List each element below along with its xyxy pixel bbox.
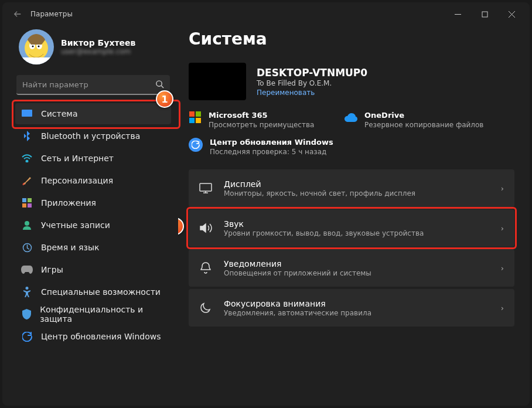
system-icon: [21, 108, 33, 120]
sidebar-item-bluetooth[interactable]: Bluetooth и устройства: [15, 125, 171, 147]
bell-icon: [199, 261, 212, 274]
card-display[interactable]: Дисплей Мониторы, яркость, ночной свет, …: [189, 169, 514, 207]
m365-icon: [189, 111, 202, 124]
promo-title: OneDrive: [364, 111, 483, 120]
minimize-button[interactable]: [444, 2, 471, 26]
user-email: user@example.com: [61, 47, 135, 56]
accessibility-icon: [21, 286, 33, 298]
sidebar-item-personalization[interactable]: Персонализация: [15, 170, 171, 191]
bluetooth-icon: [21, 130, 33, 142]
svg-point-16: [25, 221, 29, 226]
brush-icon: [21, 175, 33, 186]
device-thumb: [189, 63, 246, 100]
sidebar-item-label: Сеть и Интернет: [41, 154, 114, 163]
svg-rect-21: [189, 118, 195, 123]
promo-sub: Резервное копирование файлов: [364, 121, 483, 130]
card-focus[interactable]: Фокусировка внимания Уведомления, автома…: [189, 289, 514, 327]
svg-point-8: [156, 81, 162, 86]
clock-icon: [21, 242, 33, 253]
promo-m365[interactable]: Microsoft 365 Просмотреть преимущества: [189, 111, 335, 130]
search-input[interactable]: [16, 75, 170, 95]
chevron-right-icon: ›: [501, 224, 504, 233]
close-button[interactable]: [498, 2, 525, 26]
svg-rect-0: [482, 12, 487, 17]
svg-rect-22: [196, 118, 201, 123]
promo-title: Microsoft 365: [209, 111, 314, 120]
chevron-right-icon: ›: [501, 304, 504, 312]
sidebar-item-label: Центр обновления Windows: [41, 332, 161, 341]
sidebar-item-label: Учетные записи: [41, 220, 110, 230]
settings-window: Параметры Виктор Бухтеев user@example.co…: [2, 2, 530, 406]
card-title: Фокусировка внимания: [224, 299, 371, 308]
page-title: Система: [189, 29, 514, 49]
sound-icon: [199, 222, 212, 234]
sidebar-item-system[interactable]: Система: [15, 103, 171, 124]
promo-sub: Просмотреть преимущества: [209, 121, 314, 130]
sidebar-item-label: Система: [41, 109, 77, 118]
sidebar-item-apps[interactable]: Приложения: [15, 192, 171, 213]
device-sub: To Be Filled By O.E.M.: [257, 79, 367, 87]
svg-rect-7: [19, 57, 54, 64]
sidebar-item-label: Игры: [41, 265, 63, 274]
card-title: Звук: [224, 219, 424, 229]
svg-rect-13: [28, 198, 32, 202]
promo-onedrive[interactable]: OneDrive Резервное копирование файлов: [345, 111, 491, 130]
display-icon: [199, 182, 212, 195]
sidebar-item-accounts[interactable]: Учетные записи: [15, 215, 171, 236]
avatar: [19, 29, 54, 64]
card-sub: Мониторы, яркость, ночной свет, профиль …: [224, 189, 415, 198]
card-sub: Уведомления, автоматические правила: [224, 309, 371, 317]
update-sub: Последняя проверка: 5 ч назад: [210, 148, 333, 157]
card-sub: Оповещения от приложений и системы: [224, 269, 371, 277]
titlebar: Параметры: [2, 2, 530, 26]
sidebar-item-privacy[interactable]: Конфиденциальность и защита: [15, 304, 171, 325]
svg-rect-15: [28, 203, 32, 208]
update-icon: [21, 331, 33, 342]
moon-icon: [199, 301, 212, 314]
sidebar-item-label: Приложения: [41, 198, 96, 208]
svg-point-11: [26, 161, 28, 162]
update-icon: [189, 138, 203, 152]
svg-rect-23: [200, 183, 212, 191]
update-block[interactable]: Центр обновления Windows Последняя прове…: [189, 138, 514, 157]
sidebar-item-label: Конфиденциальность и защита: [40, 305, 165, 324]
svg-rect-19: [189, 111, 195, 117]
onedrive-icon: [345, 111, 357, 124]
sidebar-item-update[interactable]: Центр обновления Windows: [15, 326, 171, 347]
person-icon: [21, 219, 33, 231]
window-title: Параметры: [30, 10, 73, 18]
back-button[interactable]: [11, 7, 25, 21]
update-title: Центр обновления Windows: [210, 138, 333, 147]
card-sound[interactable]: Звук Уровни громкости, вывод, ввод, звук…: [189, 209, 514, 247]
user-block[interactable]: Виктор Бухтеев user@example.com: [19, 29, 171, 64]
maximize-button[interactable]: [471, 2, 498, 26]
nav: 1 Система Bluetooth и устройства Сеть и …: [15, 103, 171, 347]
wifi-icon: [21, 152, 33, 164]
card-title: Уведомления: [224, 259, 371, 268]
card-title: Дисплей: [224, 179, 415, 189]
card-sub: Уровни громкости, вывод, ввод, звуковые …: [224, 229, 424, 237]
sidebar-item-time[interactable]: Время и язык: [15, 237, 171, 258]
sidebar-item-label: Персонализация: [41, 176, 113, 185]
svg-point-18: [26, 287, 29, 290]
sidebar-item-accessibility[interactable]: Специальные возможности: [15, 281, 171, 302]
search-icon: [155, 80, 164, 90]
svg-point-5: [32, 46, 34, 47]
svg-rect-10: [22, 117, 32, 118]
rename-link[interactable]: Переименовать: [257, 89, 367, 97]
svg-rect-12: [22, 198, 26, 202]
sidebar-item-label: Bluetooth и устройства: [41, 131, 140, 141]
sidebar-item-label: Время и язык: [41, 243, 99, 252]
content: Система DESKTOP-VTNMUP0 To Be Filled By …: [178, 26, 530, 406]
svg-point-6: [38, 46, 40, 47]
user-name: Виктор Бухтеев: [61, 38, 135, 47]
chevron-right-icon: ›: [501, 264, 504, 273]
sidebar-item-label: Специальные возможности: [41, 287, 161, 297]
device-info: DESKTOP-VTNMUP0 To Be Filled By O.E.M. П…: [189, 63, 514, 100]
apps-icon: [21, 197, 33, 209]
sidebar-item-network[interactable]: Сеть и Интернет: [15, 148, 171, 169]
gamepad-icon: [21, 264, 33, 276]
sidebar-item-games[interactable]: Игры: [15, 259, 171, 280]
svg-rect-20: [196, 111, 201, 117]
card-notifications[interactable]: Уведомления Оповещения от приложений и с…: [189, 249, 514, 287]
